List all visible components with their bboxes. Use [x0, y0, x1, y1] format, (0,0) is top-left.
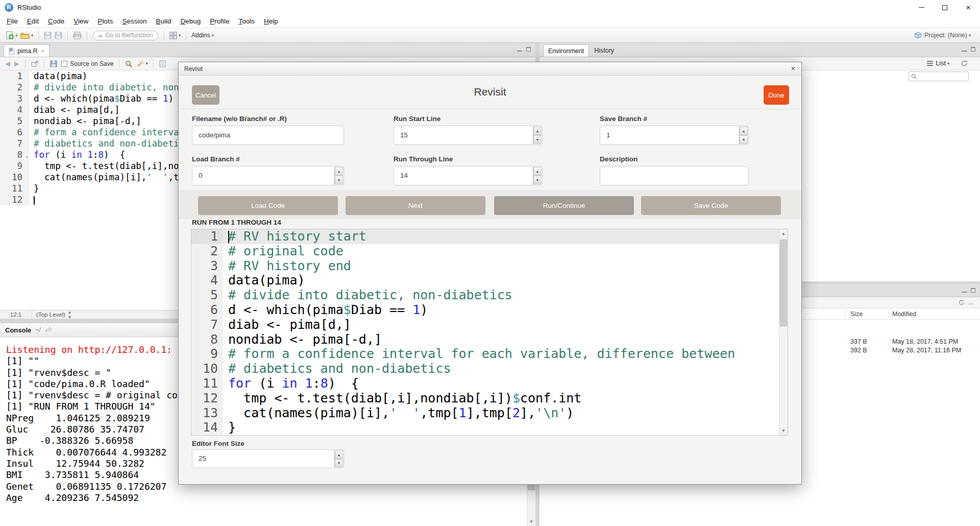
save-code-button[interactable]: Save Code	[641, 196, 781, 215]
line-number[interactable]: 12	[0, 194, 30, 205]
next-button[interactable]: Next	[346, 196, 485, 215]
field-input[interactable]: 1▲▼	[600, 126, 749, 145]
editor-font-size-input[interactable]: 25 ▲▼	[192, 449, 344, 468]
addins-button[interactable]: Addins ▾	[190, 31, 215, 40]
menu-profile[interactable]: Profile	[205, 15, 234, 27]
font-size-spinner[interactable]: ▲▼	[334, 450, 343, 467]
line-number[interactable]: 10	[0, 172, 30, 183]
code-line-10[interactable]: 10# diabetics and non-diabetics	[191, 362, 788, 376]
tab-close-icon[interactable]: ×	[41, 48, 44, 54]
menu-help[interactable]: Help	[259, 15, 283, 27]
popout-button[interactable]	[31, 61, 38, 67]
menu-code[interactable]: Code	[43, 15, 69, 27]
line-number[interactable]: 14	[191, 420, 223, 435]
line-number[interactable]: 11	[0, 183, 30, 194]
code-line-11[interactable]: 11for (i in 1:8) {	[191, 376, 788, 391]
line-number[interactable]: 9	[0, 160, 30, 172]
workspace-panes-button[interactable]: ▾	[168, 31, 182, 40]
code-line-5[interactable]: 5# divide into diabetic, non-diabetics	[191, 288, 788, 303]
code-tools-button[interactable]: ▾	[136, 60, 148, 67]
pane-minimize-icon[interactable]	[517, 47, 522, 52]
spinner-up-icon[interactable]: ▲	[740, 127, 748, 135]
menu-plots[interactable]: Plots	[93, 15, 117, 27]
code-line-3[interactable]: 3# RV history end	[191, 259, 788, 274]
tab-history[interactable]: History	[589, 44, 619, 57]
field-input[interactable]: code/pima	[192, 126, 344, 145]
number-spinner[interactable]: ▲▼	[334, 167, 343, 184]
number-spinner[interactable]: ▲▼	[533, 127, 542, 144]
spinner-up-icon[interactable]: ▲	[533, 167, 542, 176]
list-view-selector[interactable]: List ▾	[927, 60, 949, 67]
menu-file[interactable]: File	[2, 15, 22, 27]
code-line-14[interactable]: 14}	[191, 420, 788, 435]
print-button[interactable]	[71, 31, 83, 40]
menu-build[interactable]: Build	[151, 15, 176, 27]
spinner-down-icon[interactable]: ▼	[740, 135, 748, 144]
scroll-down-icon[interactable]: ▼	[527, 517, 535, 526]
line-number[interactable]: 10	[191, 362, 223, 376]
line-number[interactable]: 13	[191, 406, 223, 421]
code-line-12[interactable]: 12 tmp <- t.test(diab[,i],nondiab[,i])$c…	[191, 391, 788, 406]
maximize-button[interactable]	[933, 0, 957, 15]
spinner-down-icon[interactable]: ▼	[335, 459, 343, 468]
save-doc-button[interactable]	[50, 60, 57, 67]
field-input[interactable]: 14▲▼	[394, 166, 543, 185]
menu-debug[interactable]: Debug	[176, 15, 205, 27]
spinner-up-icon[interactable]: ▲	[533, 127, 542, 135]
new-file-button[interactable]: ▾	[4, 30, 19, 41]
code-line-8[interactable]: 8nondiab <- pima[-d,]	[191, 332, 788, 347]
field-input[interactable]: 0▲▼	[192, 166, 344, 185]
spinner-down-icon[interactable]: ▼	[533, 135, 542, 144]
minimize-button[interactable]	[910, 0, 933, 15]
console-popout-icon[interactable]	[45, 327, 52, 333]
menu-edit[interactable]: Edit	[22, 15, 43, 27]
dialog-editor-scrollbar[interactable]: ▲ ▼	[779, 229, 788, 435]
code-line-13[interactable]: 13 cat(names(pima)[i],' ',tmp[1],tmp[2],…	[191, 406, 788, 421]
line-number[interactable]: 6	[191, 303, 223, 318]
line-number[interactable]: 9	[191, 347, 223, 362]
find-replace-button[interactable]	[125, 60, 132, 67]
dialog-code-editor[interactable]: 1# RV history start2# original code3# RV…	[191, 229, 788, 436]
line-number[interactable]: 1	[0, 70, 30, 82]
forward-button[interactable]: ▶	[14, 60, 19, 67]
line-number[interactable]: 12	[191, 391, 223, 406]
column-header-modified[interactable]: Modified	[892, 310, 916, 318]
code-line-4[interactable]: 4data(pima)	[191, 273, 788, 288]
open-file-button[interactable]: ▾	[19, 31, 35, 40]
tab-environment[interactable]: Environment	[543, 44, 589, 57]
column-header-size[interactable]: Size	[850, 310, 863, 318]
save-all-button[interactable]	[53, 31, 64, 40]
code-line-6[interactable]: 6d <- which(pima$Diab == 1)	[191, 303, 788, 318]
line-number[interactable]: 11	[191, 376, 223, 391]
line-number[interactable]: 7	[0, 138, 30, 149]
line-number[interactable]: 6	[0, 127, 30, 138]
line-number[interactable]: 4	[191, 273, 223, 288]
line-number[interactable]: 2	[191, 244, 223, 259]
files-refresh-button[interactable]	[958, 299, 965, 306]
spinner-up-icon[interactable]: ▲	[335, 167, 343, 176]
line-number[interactable]: 8	[191, 332, 223, 347]
line-number[interactable]: 3	[0, 93, 30, 104]
environment-search-input[interactable]	[909, 71, 969, 81]
line-number[interactable]: 5	[191, 288, 223, 303]
code-line-7[interactable]: 7diab <- pima[d,]	[191, 318, 788, 332]
source-on-save-checkbox[interactable]: Source on Save	[61, 60, 113, 67]
spinner-down-icon[interactable]: ▼	[335, 176, 343, 184]
menu-session[interactable]: Session	[117, 15, 151, 27]
close-button[interactable]: ✕	[957, 0, 980, 15]
files-more-indicator[interactable]: ...	[969, 299, 974, 306]
done-button[interactable]: Done	[764, 85, 789, 105]
code-line-9[interactable]: 9# form a confidence interval for each v…	[191, 347, 788, 362]
number-spinner[interactable]: ▲▼	[533, 167, 542, 184]
tab-pima-r[interactable]: R pima.R ×	[4, 44, 50, 57]
spinner-down-icon[interactable]: ▼	[533, 176, 542, 184]
line-number[interactable]: 2	[0, 82, 30, 93]
line-number[interactable]: 8▾	[0, 149, 30, 160]
field-input[interactable]	[600, 166, 749, 185]
goto-file-function-input[interactable]: Go to file/function	[93, 31, 158, 40]
line-number[interactable]: 5	[0, 115, 30, 127]
scroll-down-icon[interactable]: ▼	[779, 426, 788, 435]
pane-minimize-icon[interactable]	[962, 47, 967, 52]
field-input[interactable]: 15▲▼	[394, 126, 543, 145]
code-line-2[interactable]: 2# original code	[191, 244, 788, 259]
